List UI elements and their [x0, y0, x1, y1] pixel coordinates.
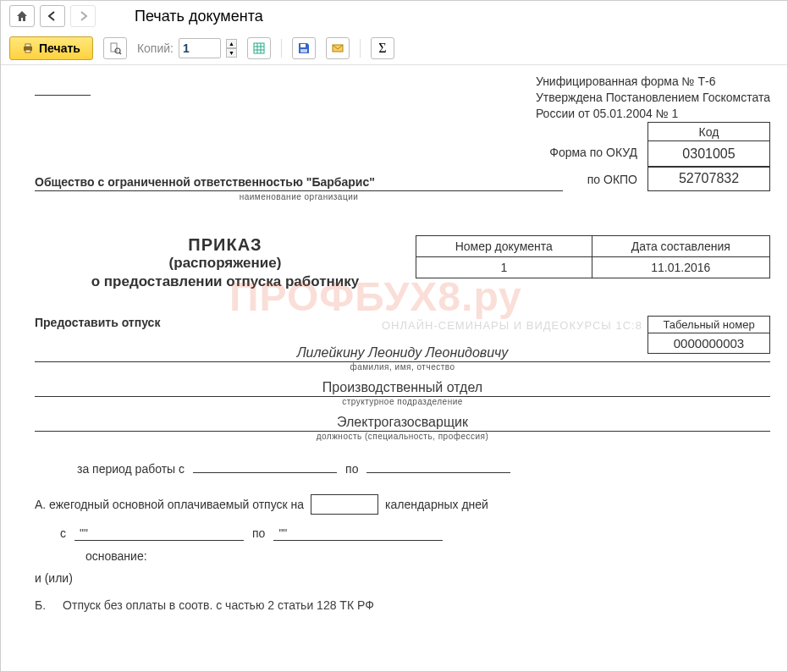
- print-button[interactable]: Печать: [9, 36, 93, 60]
- svg-rect-12: [300, 49, 307, 52]
- nav-back-button[interactable]: [40, 5, 65, 27]
- date-from-label: с: [60, 526, 66, 540]
- prikaz-subtitle: (распоряжение): [35, 255, 416, 272]
- okpo-label: по ОКПО: [563, 173, 647, 191]
- basis-label: основание:: [35, 549, 770, 563]
- section-a-label: А. ежегодный основной оплачиваемый отпус…: [35, 498, 304, 511]
- department-value: Производственный отдел: [35, 380, 770, 397]
- floppy-icon: [297, 41, 311, 55]
- sum-button[interactable]: Σ: [371, 37, 394, 59]
- preview-button[interactable]: [103, 37, 127, 59]
- form-line-1: Унифицированная форма № Т-6: [536, 74, 770, 90]
- doc-date-header: Дата составления: [592, 235, 769, 256]
- prikaz-title: ПРИКАЗ: [35, 235, 416, 255]
- copies-label: Копий:: [137, 41, 174, 55]
- document-magnify-icon: [108, 41, 122, 55]
- form-line-2: Утверждена Постановлением Госкомстата: [536, 90, 770, 106]
- grant-leave-label: Предоставить отпуск: [35, 316, 204, 329]
- toolbar-divider: [281, 39, 282, 58]
- svg-rect-2: [25, 50, 30, 52]
- period-from-field: [193, 456, 337, 473]
- svg-rect-6: [254, 43, 264, 53]
- okpo-value: 52707832: [647, 166, 770, 191]
- header-blank-cell: [35, 74, 91, 96]
- nav-forward-button: [70, 5, 96, 27]
- home-icon: [15, 9, 29, 23]
- fio-caption: фамилия, имя, отчество: [35, 362, 770, 372]
- okud-label: Форма по ОКУД: [516, 142, 647, 159]
- department-caption: структурное подразделение: [35, 397, 770, 406]
- number-date-table: Номер документа Дата составления 1 11.01…: [416, 235, 770, 278]
- prikaz-subject: о предоставлении отпуска работнику: [35, 273, 416, 290]
- copies-spin-up[interactable]: ▲: [226, 39, 237, 48]
- copies-input[interactable]: 1: [179, 38, 221, 58]
- sigma-icon: Σ: [378, 41, 386, 56]
- period-label: за период работы с: [77, 462, 185, 476]
- save-button[interactable]: [292, 37, 316, 59]
- doc-number-header: Номер документа: [416, 235, 592, 256]
- date-from-field: "": [74, 526, 244, 541]
- svg-rect-11: [300, 44, 306, 47]
- doc-date-value: 11.01.2016: [592, 256, 769, 278]
- doc-number-value: 1: [416, 256, 592, 278]
- code-header: Код: [648, 123, 769, 141]
- tabnum-header: Табельный номер: [648, 317, 769, 333]
- organization-name: Общество с ограниченной ответственностью…: [35, 175, 563, 191]
- svg-line-5: [119, 52, 121, 54]
- period-to-label: по: [345, 462, 358, 476]
- date-to-label: по: [252, 526, 265, 540]
- date-to-field: "": [273, 526, 443, 541]
- svg-rect-1: [25, 44, 30, 47]
- section-b-marker: Б.: [35, 598, 46, 612]
- and-or-label: и (или): [35, 571, 770, 585]
- email-button[interactable]: [326, 37, 350, 59]
- organization-caption: наименование организации: [35, 192, 563, 201]
- section-b-text: Отпуск без оплаты в соотв. с частью 2 ст…: [63, 598, 374, 612]
- spreadsheet-icon: [252, 41, 266, 55]
- toolbar-divider-2: [360, 39, 361, 58]
- home-button[interactable]: [9, 5, 35, 27]
- copies-value: 1: [183, 41, 217, 55]
- tabnum-value: 0000000003: [648, 333, 769, 353]
- period-to-field: [366, 456, 510, 473]
- print-button-label: Печать: [39, 41, 80, 55]
- calendar-days-label: календарных дней: [385, 498, 488, 511]
- page-title: Печать документа: [135, 8, 263, 25]
- arrow-left-icon: [47, 10, 58, 22]
- form-line-3: России от 05.01.2004 № 1: [536, 106, 770, 122]
- position-value: Электрогазосварщик: [35, 415, 770, 432]
- printer-icon: [22, 42, 34, 54]
- envelope-icon: [331, 41, 344, 55]
- copies-spin-down[interactable]: ▼: [226, 48, 237, 58]
- position-caption: должность (специальность, профессия): [35, 432, 770, 441]
- toolbar-sheet-button[interactable]: [247, 37, 271, 59]
- form-info-block: Унифицированная форма № Т-6 Утверждена П…: [536, 74, 770, 122]
- arrow-right-icon: [77, 10, 89, 22]
- days-count-box: [311, 494, 378, 515]
- svg-rect-3: [111, 43, 117, 52]
